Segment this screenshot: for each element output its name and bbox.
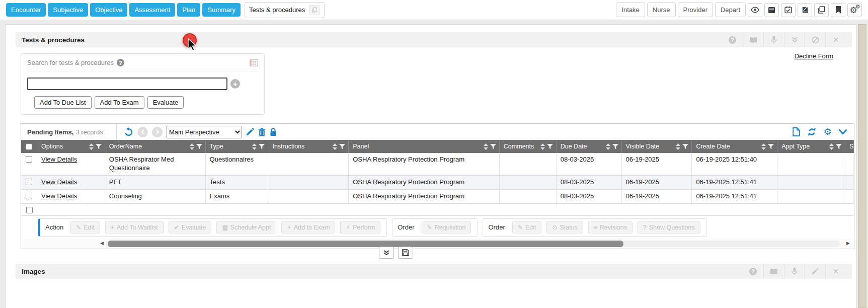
sort-filter-icons[interactable]: [333, 143, 345, 150]
collapse-down-icon[interactable]: [379, 247, 394, 259]
calendar-check-icon[interactable]: [781, 3, 796, 17]
sort-filter-icons[interactable]: [676, 143, 688, 150]
column-header-create-date[interactable]: Create Date: [692, 140, 777, 153]
plus-icon[interactable]: +: [230, 79, 240, 89]
microphone-icon[interactable]: [763, 32, 784, 47]
row-checkbox[interactable]: [26, 179, 32, 185]
status-button[interactable]: ⊙Status: [546, 221, 583, 234]
copy-icon[interactable]: [814, 3, 829, 17]
refresh-icon[interactable]: [807, 127, 817, 136]
sort-filter-icons[interactable]: [761, 143, 774, 150]
intake-button[interactable]: Intake: [616, 3, 645, 17]
save-disk-icon[interactable]: [398, 247, 413, 259]
column-header-due-date[interactable]: Due Date: [557, 140, 622, 153]
sort-filter-icons[interactable]: [89, 143, 102, 150]
scroll-left-arrow[interactable]: ◀: [100, 241, 104, 246]
decline-form-link[interactable]: Decline Form: [795, 52, 833, 60]
chevron-down-icon[interactable]: [839, 129, 847, 135]
close-icon[interactable]: ✕: [825, 32, 846, 47]
book-icon[interactable]: [743, 32, 763, 47]
tab-objective[interactable]: Objective: [90, 3, 127, 17]
lock-icon[interactable]: [270, 128, 277, 136]
sort-filter-icons[interactable]: [540, 143, 553, 150]
requisition-button[interactable]: ✎Requisition: [422, 221, 471, 234]
sort-filter-icons[interactable]: [606, 143, 618, 150]
settings-gears-icon[interactable]: ⚙ ⚙: [847, 3, 862, 17]
add-to-due-list-button[interactable]: Add To Due List: [34, 96, 92, 109]
column-header-panel[interactable]: Panel: [349, 140, 500, 153]
column-header-options[interactable]: Options: [37, 140, 105, 153]
eye-icon[interactable]: [748, 3, 762, 17]
provider-button[interactable]: Provider: [678, 3, 713, 17]
column-header-visible-date[interactable]: Visible Date: [622, 140, 692, 153]
collapse-icon[interactable]: [784, 32, 805, 47]
sort-filter-icons[interactable]: [252, 143, 265, 150]
add-to-exam-button[interactable]: Add To Exam: [95, 96, 144, 109]
depart-button[interactable]: Depart: [715, 3, 746, 17]
perspective-select[interactable]: Main Perspective: [167, 126, 242, 138]
gear-icon[interactable]: ⚙: [824, 127, 832, 136]
evaluate-button[interactable]: Evaluate: [147, 96, 184, 109]
row-checkbox[interactable]: [26, 193, 32, 199]
trash-icon[interactable]: [258, 128, 266, 136]
column-header-s[interactable]: S: [845, 140, 854, 153]
sort-filter-icons[interactable]: [853, 143, 854, 150]
list-view-icon[interactable]: [250, 59, 258, 66]
tab-plan[interactable]: Plan: [177, 3, 200, 17]
nurse-button[interactable]: Nurse: [647, 3, 676, 17]
row-checkbox[interactable]: [26, 207, 33, 213]
evaluate-button[interactable]: ✔Evaluate: [169, 221, 212, 234]
column-header-appt-type[interactable]: Appt Type: [777, 140, 845, 153]
scroll-right-arrow[interactable]: ▶: [846, 241, 850, 246]
table-row: View DetailsOSHA Respirator Med Question…: [21, 153, 854, 176]
book-icon[interactable]: [763, 264, 784, 279]
tab-subjective[interactable]: Subjective: [48, 3, 88, 17]
tab-encounter[interactable]: Encounter: [6, 3, 46, 17]
help-icon[interactable]: ?: [117, 59, 124, 66]
prev-icon[interactable]: [137, 127, 148, 137]
view-details-link[interactable]: View Details: [41, 192, 77, 200]
add-to-waitlist-button[interactable]: +Add To Waitlist: [105, 221, 164, 234]
tab-tests-procedures-active[interactable]: Tests & procedures: [245, 2, 325, 18]
search-input[interactable]: [27, 78, 227, 90]
bookmark-icon[interactable]: [831, 3, 845, 17]
edit-pencil-icon[interactable]: [246, 128, 254, 136]
page-scrollbar[interactable]: [858, 24, 866, 308]
column-header-type[interactable]: Type: [206, 140, 269, 153]
edit-button[interactable]: ✎Edit: [70, 221, 100, 234]
edit-pencil-icon[interactable]: [805, 264, 825, 279]
sort-filter-icons[interactable]: [484, 143, 496, 150]
edit-button[interactable]: ✎Edit: [512, 221, 542, 234]
view-details-link[interactable]: View Details: [41, 178, 77, 186]
revisions-button[interactable]: ≡Revisions: [588, 221, 633, 234]
column-header-comments[interactable]: Comments: [500, 140, 557, 153]
tab-summary[interactable]: Summary: [202, 3, 241, 17]
column-header-ordername[interactable]: OrderName: [105, 140, 206, 153]
block-icon[interactable]: [805, 32, 825, 47]
schedule-appt-button[interactable]: ▦Schedule Appt: [216, 221, 276, 234]
copy-icon[interactable]: [309, 5, 320, 15]
archive-icon[interactable]: [764, 3, 779, 17]
edit-icon: ✎: [518, 224, 523, 230]
row-checkbox[interactable]: [26, 156, 32, 163]
next-icon[interactable]: [152, 127, 163, 137]
add-to-exam-button[interactable]: ⚡Add to Exam: [281, 221, 335, 234]
column-header-instructions[interactable]: Instructions: [268, 140, 349, 153]
scrollbar-thumb[interactable]: [108, 241, 623, 247]
view-details-link[interactable]: View Details: [41, 156, 77, 163]
show-questions-button[interactable]: ?Show Questions: [638, 221, 700, 234]
undo-icon[interactable]: [124, 127, 133, 136]
tab-assessment[interactable]: Assessment: [129, 3, 175, 17]
perform-button[interactable]: ⚡Perform: [340, 221, 380, 234]
select-all-checkbox[interactable]: [26, 143, 32, 150]
top-toolbar: EncounterSubjectiveObjectiveAssessmentPl…: [0, 0, 868, 20]
sort-filter-icons[interactable]: [190, 143, 202, 150]
help-icon[interactable]: ?: [722, 32, 743, 47]
microphone-icon[interactable]: [784, 264, 805, 279]
new-document-icon[interactable]: [793, 127, 800, 136]
close-icon[interactable]: ✕: [825, 264, 846, 279]
help-icon[interactable]: ?: [743, 264, 763, 279]
sort-filter-icons[interactable]: [829, 143, 842, 150]
book-icon[interactable]: [798, 3, 812, 17]
row-checkbox-cell: [21, 176, 37, 189]
